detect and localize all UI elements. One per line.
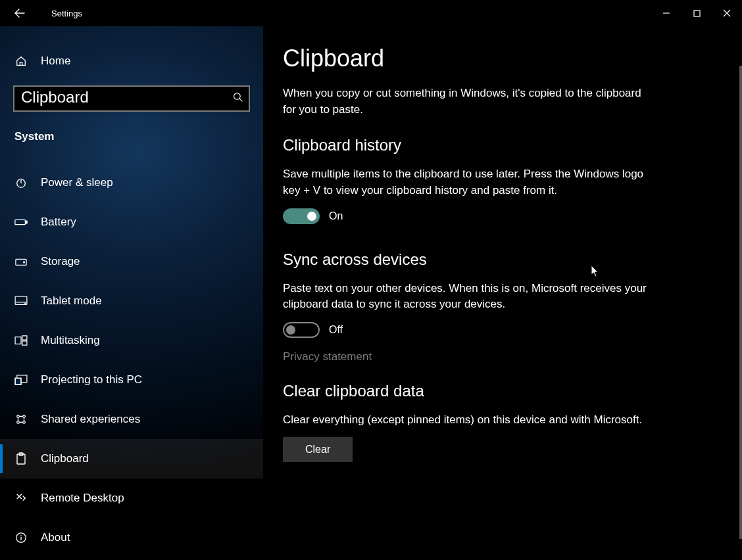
sidebar-item-clipboard[interactable]: Clipboard — [0, 439, 263, 478]
sidebar-item-label: Battery — [41, 216, 76, 229]
svg-point-7 — [24, 262, 25, 263]
sidebar-item-label: Projecting to this PC — [41, 373, 142, 386]
search-icon[interactable] — [233, 92, 243, 105]
category-label: System — [14, 130, 263, 143]
svg-point-19 — [23, 421, 26, 424]
sidebar-item-label: Tablet mode — [41, 294, 102, 308]
sidebar-item-power-sleep[interactable]: Power & sleep — [0, 163, 263, 202]
svg-point-17 — [23, 415, 26, 418]
home-icon — [14, 55, 28, 67]
sidebar-item-shared-experiences[interactable]: Shared experiences — [0, 400, 263, 439]
sidebar-item-battery[interactable]: Battery — [0, 202, 263, 242]
sync-toggle-label: Off — [329, 324, 343, 336]
sidebar-item-tablet-mode[interactable]: Tablet mode — [0, 281, 263, 321]
section-sync-title: Sync across devices — [283, 250, 722, 269]
section-clear-title: Clear clipboard data — [283, 382, 722, 400]
svg-rect-11 — [22, 336, 27, 340]
back-button[interactable] — [7, 0, 33, 26]
search-input[interactable] — [13, 85, 250, 112]
about-icon — [14, 532, 28, 544]
back-arrow-icon — [14, 7, 26, 19]
svg-rect-5 — [26, 221, 27, 223]
scrollbar[interactable] — [739, 66, 742, 539]
section-clipboard-history-desc: Save multiple items to the clipboard to … — [283, 166, 651, 198]
main-content: Clipboard When you copy or cut something… — [263, 26, 742, 560]
sidebar-item-remote-desktop[interactable]: Remote Desktop — [0, 478, 263, 518]
sidebar-item-multitasking[interactable]: Multitasking — [0, 321, 263, 360]
sidebar: Home System Power & sleep Battery — [0, 26, 263, 560]
svg-rect-12 — [22, 341, 27, 345]
svg-point-9 — [25, 303, 26, 304]
title-bar: Settings — [0, 0, 742, 26]
search-wrap — [13, 85, 250, 112]
sidebar-item-label: Storage — [41, 255, 80, 268]
svg-rect-4 — [15, 220, 25, 224]
svg-rect-14 — [15, 378, 21, 385]
sidebar-nav: Power & sleep Battery Storage Tablet mod… — [0, 163, 263, 557]
sidebar-item-projecting[interactable]: Projecting to this PC — [0, 360, 263, 400]
sidebar-item-label: About — [41, 531, 70, 544]
storage-icon — [14, 256, 28, 267]
maximize-icon — [693, 10, 701, 17]
minimize-icon — [662, 9, 670, 17]
section-clear-desc: Clear everything (except pinned items) o… — [283, 412, 651, 429]
sidebar-item-label: Shared experiences — [41, 413, 140, 426]
minimize-button[interactable] — [651, 0, 681, 26]
svg-point-16 — [17, 415, 20, 418]
projecting-icon — [14, 375, 28, 385]
tablet-icon — [14, 296, 28, 306]
sidebar-item-label: Remote Desktop — [41, 492, 124, 505]
close-icon — [723, 9, 731, 17]
power-icon — [14, 177, 28, 189]
sidebar-item-storage[interactable]: Storage — [0, 242, 263, 281]
clear-button[interactable]: Clear — [283, 437, 353, 462]
section-clipboard-history-title: Clipboard history — [283, 136, 722, 154]
sidebar-item-home[interactable]: Home — [0, 42, 263, 80]
svg-point-1 — [234, 93, 241, 100]
sidebar-item-label: Clipboard — [41, 452, 89, 465]
remote-desktop-icon — [14, 492, 28, 504]
svg-rect-0 — [694, 11, 700, 16]
clipboard-history-toggle-label: On — [329, 210, 343, 222]
svg-rect-10 — [15, 337, 21, 344]
home-label: Home — [41, 55, 70, 68]
close-button[interactable] — [712, 0, 742, 26]
page-title: Clipboard — [283, 45, 722, 72]
page-intro: When you copy or cut something in Window… — [283, 85, 651, 118]
section-sync-desc: Paste text on your other devices. When t… — [283, 281, 651, 313]
svg-point-18 — [17, 421, 20, 424]
clipboard-icon — [14, 452, 28, 465]
sidebar-item-about[interactable]: About — [0, 518, 263, 557]
multitasking-icon — [14, 335, 28, 346]
shared-icon — [14, 413, 28, 425]
sidebar-item-label: Power & sleep — [41, 176, 113, 189]
maximize-button[interactable] — [681, 0, 712, 26]
window-title: Settings — [51, 9, 82, 18]
privacy-statement-link[interactable]: Privacy statement — [283, 350, 372, 363]
battery-icon — [14, 218, 28, 227]
sidebar-item-label: Multitasking — [41, 334, 100, 347]
clipboard-history-toggle[interactable] — [283, 208, 320, 224]
sync-toggle[interactable] — [283, 322, 320, 338]
